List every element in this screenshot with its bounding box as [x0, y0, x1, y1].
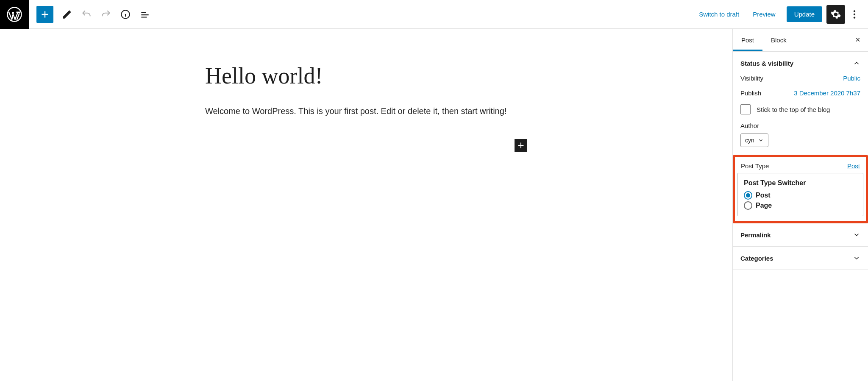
- post-type-option-post[interactable]: Post: [744, 191, 857, 200]
- publish-value[interactable]: 3 December 2020 7h37: [794, 89, 860, 97]
- svg-point-3: [854, 13, 855, 15]
- top-toolbar: Switch to draft Preview Update: [0, 0, 868, 29]
- more-options-button[interactable]: [845, 5, 864, 24]
- settings-sidebar: Post Block Status & visibility Visibilit…: [732, 29, 868, 381]
- svg-point-4: [854, 17, 855, 18]
- post-type-switcher-title: Post Type Switcher: [744, 179, 857, 187]
- switch-to-draft-button[interactable]: Switch to draft: [692, 6, 746, 22]
- stick-label: Stick to the top of the blog: [757, 106, 830, 113]
- post-title[interactable]: Hello world!: [205, 63, 527, 89]
- editor-canvas[interactable]: Hello world! Welcome to WordPress. This …: [0, 29, 732, 381]
- chevron-down-icon: [758, 137, 764, 143]
- post-body-paragraph[interactable]: Welcome to WordPress. This is your first…: [205, 104, 527, 118]
- chevron-down-icon: [853, 254, 860, 262]
- author-select[interactable]: cyn: [740, 133, 768, 147]
- permalink-title: Permalink: [740, 231, 771, 239]
- chevron-up-icon: [853, 59, 860, 67]
- chevron-down-icon: [853, 231, 860, 239]
- inline-add-block-button[interactable]: [515, 139, 527, 152]
- radio-icon-unselected: [744, 201, 752, 210]
- outline-button[interactable]: [136, 5, 154, 24]
- settings-button[interactable]: [826, 5, 845, 24]
- post-type-panel-highlight: Post Type Post Post Type Switcher Post P…: [733, 155, 868, 223]
- update-button[interactable]: Update: [787, 6, 822, 22]
- status-visibility-title: Status & visibility: [740, 60, 793, 67]
- visibility-label: Visibility: [740, 75, 763, 82]
- publish-label: Publish: [740, 89, 761, 97]
- tab-block[interactable]: Block: [762, 29, 795, 51]
- author-label: Author: [740, 122, 860, 129]
- redo-button[interactable]: [97, 5, 115, 24]
- stick-to-top-row[interactable]: Stick to the top of the blog: [740, 104, 860, 114]
- add-block-button[interactable]: [36, 6, 53, 23]
- categories-title: Categories: [740, 255, 773, 262]
- categories-panel: Categories: [733, 247, 868, 270]
- radio-icon-selected: [744, 191, 752, 200]
- author-value: cyn: [745, 137, 754, 144]
- stick-checkbox[interactable]: [740, 104, 751, 114]
- permalink-toggle[interactable]: Permalink: [733, 223, 868, 246]
- categories-toggle[interactable]: Categories: [733, 247, 868, 270]
- tab-post[interactable]: Post: [733, 29, 762, 51]
- option-page-label: Page: [756, 202, 772, 209]
- status-visibility-toggle[interactable]: Status & visibility: [733, 52, 868, 75]
- svg-point-2: [854, 10, 855, 12]
- edit-mode-button[interactable]: [58, 5, 76, 24]
- option-post-label: Post: [756, 192, 771, 199]
- post-type-link[interactable]: Post: [847, 162, 860, 170]
- undo-button[interactable]: [77, 5, 96, 24]
- post-type-switcher-popover: Post Type Switcher Post Page: [737, 173, 863, 216]
- visibility-value[interactable]: Public: [843, 75, 860, 82]
- permalink-panel: Permalink: [733, 223, 868, 247]
- info-button[interactable]: [116, 5, 135, 24]
- post-type-heading: Post Type: [741, 162, 769, 170]
- post-type-option-page[interactable]: Page: [744, 201, 857, 210]
- close-sidebar-button[interactable]: [851, 33, 865, 47]
- wordpress-logo[interactable]: [0, 0, 29, 29]
- status-visibility-panel: Status & visibility Visibility Public Pu…: [733, 52, 868, 155]
- preview-button[interactable]: Preview: [746, 6, 782, 22]
